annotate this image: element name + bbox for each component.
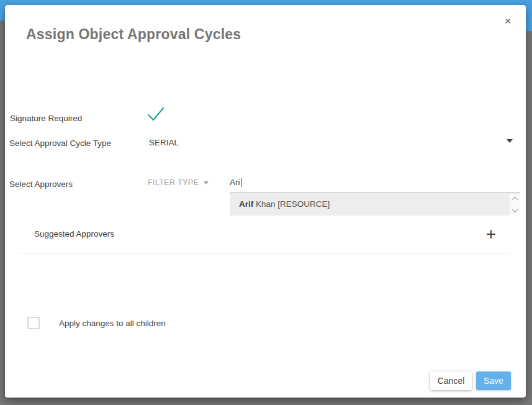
suggestion-match-text: Arif: [239, 199, 253, 209]
filter-type-label: FILTER TYPE: [148, 178, 199, 187]
section-divider: [19, 253, 510, 253]
suggestion-rest-text: Khan [RESOURCE]: [253, 199, 330, 209]
apply-children-checkbox[interactable]: [27, 317, 40, 329]
cancel-button[interactable]: Cancel: [430, 371, 472, 390]
cycle-type-select[interactable]: SERIAL: [149, 137, 515, 149]
suggested-approvers-label: Suggested Approvers: [34, 229, 114, 239]
cycle-type-value: SERIAL: [149, 138, 179, 147]
approver-search-value: Ari: [230, 178, 240, 187]
background-left-strip: [0, 5, 5, 20]
text-cursor: [241, 178, 241, 187]
signature-check-icon: [146, 106, 166, 122]
cycle-type-label: Select Approval Cycle Type: [9, 139, 111, 148]
assign-approval-cycles-dialog: × Assign Object Approval Cycles Signatur…: [5, 5, 526, 398]
select-approvers-label: Select Approvers: [9, 180, 73, 189]
scroll-down-icon[interactable]: [512, 207, 518, 213]
apply-children-label: Apply changes to all children: [59, 319, 166, 328]
dialog-title: Assign Object Approval Cycles: [26, 26, 241, 43]
close-icon[interactable]: ×: [500, 14, 515, 29]
save-button[interactable]: Save: [476, 371, 511, 390]
background-right-strip: [526, 5, 532, 31]
chevron-down-icon: [204, 181, 209, 184]
signature-required-label: Signature Required: [10, 114, 82, 123]
scroll-up-icon[interactable]: [512, 197, 518, 203]
chevron-down-icon: [507, 139, 513, 143]
suggestion-scrollbar[interactable]: [510, 194, 520, 216]
approver-suggestion-list: Arif Khan [RESOURCE]: [230, 193, 520, 216]
approver-search-input[interactable]: Ari: [230, 176, 520, 193]
filter-type-dropdown[interactable]: FILTER TYPE: [148, 178, 209, 187]
approver-suggestion-item[interactable]: Arif Khan [RESOURCE]: [230, 193, 510, 216]
background-top-bar: [0, 0, 532, 5]
add-approver-button[interactable]: +: [482, 225, 500, 243]
